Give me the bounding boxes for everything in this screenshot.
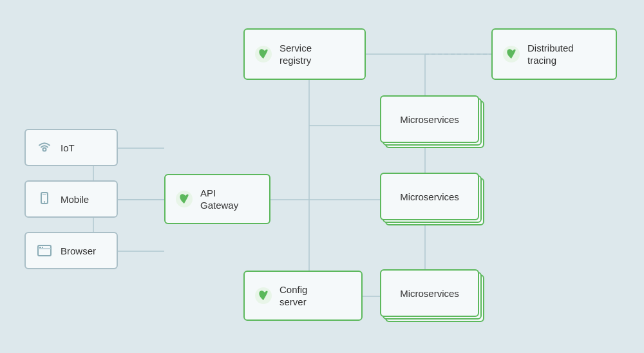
distributed-tracing-label: Distributed tracing	[527, 42, 574, 67]
svg-point-21	[44, 201, 45, 202]
client-mobile: Mobile	[24, 180, 118, 218]
api-gateway-box: API Gateway	[164, 174, 270, 224]
svg-rect-26	[42, 247, 43, 248]
service-registry-box: Service registry	[243, 28, 366, 80]
microservices-stack-1: Microservices	[380, 95, 489, 153]
config-server-box: Config server	[243, 271, 363, 321]
api-gateway-icon	[175, 189, 194, 209]
microservices-label-2: Microservices	[400, 191, 459, 202]
svg-rect-25	[39, 247, 41, 248]
mobile-label: Mobile	[61, 194, 89, 205]
microservices-stack-2: Microservices	[380, 173, 489, 231]
api-gateway-label: API Gateway	[200, 187, 238, 212]
browser-label: Browser	[61, 245, 96, 256]
iot-icon	[36, 139, 53, 156]
config-server-icon	[254, 286, 273, 305]
client-iot: IoT	[24, 129, 118, 166]
distributed-tracing-icon	[502, 44, 521, 64]
client-browser: Browser	[24, 232, 118, 269]
config-server-label: Config server	[279, 283, 307, 309]
service-registry-icon	[254, 44, 273, 64]
microservices-stack-3: Microservices	[380, 269, 489, 327]
mobile-icon	[36, 191, 53, 207]
microservices-label-1: Microservices	[400, 114, 459, 125]
browser-icon	[36, 242, 53, 259]
microservices-label-3: Microservices	[400, 288, 459, 299]
diagram: IoT Mobile Browser	[0, 0, 644, 353]
distributed-tracing-box: Distributed tracing	[491, 28, 617, 80]
iot-label: IoT	[61, 142, 75, 153]
service-registry-label: Service registry	[279, 42, 312, 67]
svg-point-19	[43, 148, 46, 151]
